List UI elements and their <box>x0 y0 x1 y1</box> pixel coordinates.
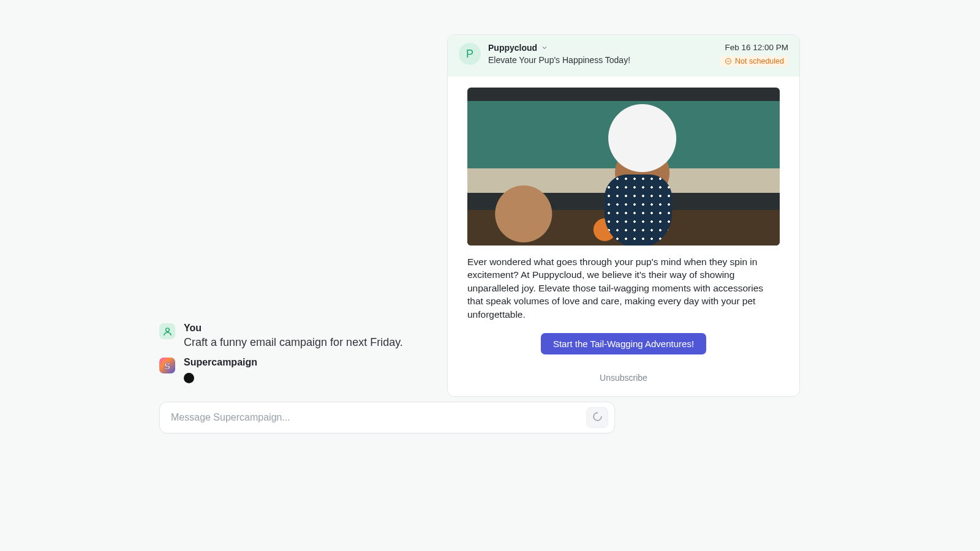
email-body-text: Ever wondered what goes through your pup… <box>467 255 780 321</box>
sender-avatar: P <box>459 43 481 65</box>
email-subject: Elevate Your Pup's Happiness Today! <box>488 55 720 65</box>
chat-message-user: You Craft a funny email campaign for nex… <box>159 323 615 349</box>
sender-row[interactable]: Puppycloud <box>488 43 720 53</box>
chat-user-text: Craft a funny email campaign for next Fr… <box>184 336 615 349</box>
spinner-icon <box>592 411 603 424</box>
email-preview-header: P Puppycloud Elevate Your Pup's Happines… <box>448 35 799 77</box>
chat-author-you: You <box>184 323 615 334</box>
sender-name: Puppycloud <box>488 43 537 53</box>
hero-image <box>467 88 780 246</box>
chat-author-assistant: Supercampaign <box>184 357 615 368</box>
status-text: Not scheduled <box>735 57 784 66</box>
composer <box>159 402 615 433</box>
not-scheduled-icon <box>725 58 732 65</box>
user-avatar <box>159 323 175 339</box>
header-main: Puppycloud Elevate Your Pup's Happiness … <box>488 43 720 65</box>
header-right: Feb 16 12:00 PM Not scheduled <box>720 43 788 67</box>
chat-message-body: You Craft a funny email campaign for nex… <box>184 323 615 349</box>
chat-thread: You Craft a funny email campaign for nex… <box>159 323 615 392</box>
svg-point-2 <box>165 328 169 331</box>
thinking-indicator <box>184 373 194 383</box>
chat-message-assistant: S Supercampaign <box>159 358 615 383</box>
chat-message-body: Supercampaign <box>184 357 615 383</box>
email-timestamp: Feb 16 12:00 PM <box>720 43 788 52</box>
send-button[interactable] <box>586 407 608 428</box>
chevron-down-icon <box>541 44 548 51</box>
composer-input[interactable] <box>171 412 586 423</box>
assistant-avatar: S <box>159 358 175 373</box>
status-badge: Not scheduled <box>720 56 788 67</box>
